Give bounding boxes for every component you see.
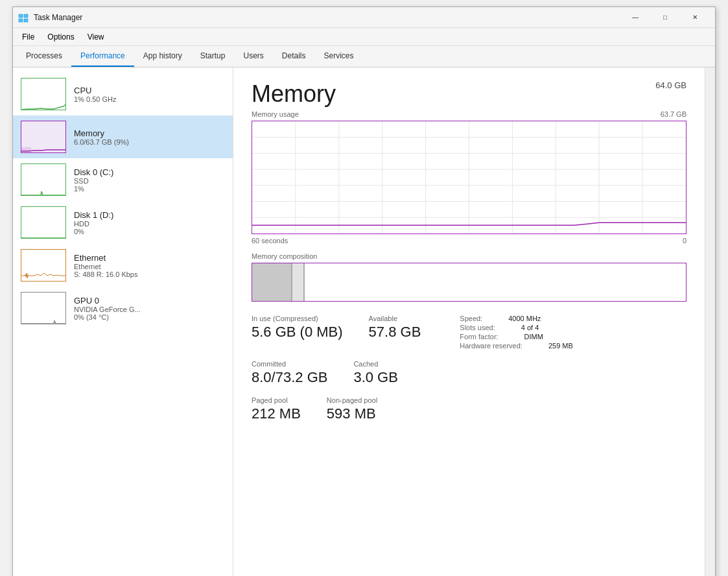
sidebar-item-ethernet[interactable]: Ethernet Ethernet S: 488 R: 16.0 Kbps bbox=[13, 244, 233, 287]
tab-users[interactable]: Users bbox=[234, 46, 272, 67]
in-use-label: In use (Compressed) bbox=[252, 315, 343, 322]
cached-label: Cached bbox=[353, 360, 397, 368]
non-paged-pool-label: Non-paged pool bbox=[327, 396, 377, 404]
menu-view[interactable]: View bbox=[81, 30, 111, 44]
tab-processes[interactable]: Processes bbox=[17, 46, 71, 67]
title-bar: Task Manager — □ ✕ bbox=[13, 7, 715, 28]
gpu0-mini-chart bbox=[21, 292, 66, 324]
composition-label: Memory composition bbox=[252, 252, 687, 260]
ethernet-name: Ethernet bbox=[74, 253, 137, 263]
ethernet-mini-chart bbox=[21, 249, 66, 282]
disk0-name: Disk 0 (C:) bbox=[74, 167, 113, 177]
main-title: Memory bbox=[252, 80, 336, 108]
cpu-info: CPU 1% 0.50 GHz bbox=[74, 86, 116, 103]
hw-label: Hardware reserved: bbox=[460, 342, 523, 350]
memory-mini-chart bbox=[21, 121, 66, 153]
comp-in-use bbox=[252, 263, 291, 301]
stat-committed: Committed 8.0/73.2 GB bbox=[252, 360, 327, 386]
gpu0-name: GPU 0 bbox=[74, 296, 141, 306]
tab-app-history[interactable]: App history bbox=[134, 46, 191, 67]
available-label: Available bbox=[369, 315, 421, 322]
hw-value: 259 MB bbox=[548, 342, 573, 350]
tab-services[interactable]: Services bbox=[315, 46, 363, 67]
usage-chart-labels: Memory usage 63.7 GB bbox=[252, 110, 687, 118]
disk1-name: Disk 1 (D:) bbox=[74, 210, 113, 220]
gpu0-sub2: 0% (34 °C) bbox=[74, 313, 141, 321]
disk0-sub1: SSD bbox=[74, 177, 113, 185]
stat-paged-pool: Paged pool 212 MB bbox=[252, 396, 301, 422]
cpu-sub: 1% 0.50 GHz bbox=[74, 95, 116, 103]
maximize-button[interactable]: □ bbox=[650, 9, 680, 26]
content-area: CPU 1% 0.50 GHz Memory 6.0/63.7 GB (9%) bbox=[13, 67, 715, 576]
ethernet-sub1: Ethernet bbox=[74, 263, 137, 270]
gpu0-sub1: NVIDIA GeForce G... bbox=[74, 306, 141, 313]
main-panel: Memory 64.0 GB Memory usage 63.7 GB bbox=[233, 67, 705, 576]
svg-rect-0 bbox=[19, 14, 23, 18]
memory-sub: 6.0/63.7 GB (9%) bbox=[74, 138, 129, 146]
memory-name: Memory bbox=[74, 128, 129, 138]
cached-value: 3.0 GB bbox=[353, 369, 397, 386]
form-value: DIMM bbox=[524, 333, 543, 341]
menu-file[interactable]: File bbox=[16, 30, 41, 44]
gpu0-info: GPU 0 NVIDIA GeForce G... 0% (34 °C) bbox=[74, 296, 141, 321]
tab-details[interactable]: Details bbox=[273, 46, 315, 67]
task-manager-window: Task Manager — □ ✕ File Options View Pro… bbox=[12, 6, 716, 576]
menu-bar: File Options View bbox=[13, 28, 715, 46]
usage-label: Memory usage bbox=[252, 110, 299, 118]
disk1-mini-chart bbox=[21, 206, 66, 239]
committed-label: Committed bbox=[252, 360, 327, 368]
in-use-value: 5.6 GB (0 MB) bbox=[252, 324, 343, 341]
available-value: 57.8 GB bbox=[369, 324, 421, 341]
tab-startup[interactable]: Startup bbox=[191, 46, 235, 67]
paged-pool-value: 212 MB bbox=[252, 405, 301, 422]
ethernet-sub2: S: 488 R: 16.0 Kbps bbox=[74, 270, 137, 278]
sidebar-item-gpu0[interactable]: GPU 0 NVIDIA GeForce G... 0% (34 °C) bbox=[13, 287, 233, 330]
close-button[interactable]: ✕ bbox=[680, 9, 710, 26]
sidebar-item-disk1[interactable]: Disk 1 (D:) HDD 0% bbox=[13, 201, 233, 244]
disk0-info: Disk 0 (C:) SSD 1% bbox=[74, 167, 113, 193]
usage-chart bbox=[252, 121, 687, 234]
svg-rect-2 bbox=[19, 19, 23, 22]
memory-info: Memory 6.0/63.7 GB (9%) bbox=[74, 128, 129, 146]
disk1-sub1: HDD bbox=[74, 220, 113, 228]
speed-value: 4000 MHz bbox=[508, 315, 541, 322]
paged-pool-label: Paged pool bbox=[252, 396, 301, 404]
svg-rect-5 bbox=[21, 147, 31, 153]
stat-non-paged-pool: Non-paged pool 593 MB bbox=[327, 396, 377, 422]
tabs-bar: Processes Performance App history Startu… bbox=[13, 46, 715, 67]
comp-available bbox=[305, 263, 686, 301]
sidebar-item-cpu[interactable]: CPU 1% 0.50 GHz bbox=[13, 73, 233, 115]
cpu-name: CPU bbox=[74, 86, 116, 95]
main-total: 64.0 GB bbox=[655, 80, 687, 90]
svg-rect-3 bbox=[24, 19, 28, 22]
sidebar-item-memory[interactable]: Memory 6.0/63.7 GB (9%) bbox=[13, 115, 233, 158]
usage-right: 63.7 GB bbox=[661, 110, 687, 118]
stat-available: Available 57.8 GB bbox=[369, 315, 421, 350]
disk0-mini-chart bbox=[21, 163, 66, 196]
tab-performance[interactable]: Performance bbox=[71, 46, 134, 67]
stat-cached: Cached 3.0 GB bbox=[353, 360, 397, 386]
stat-in-use: In use (Compressed) 5.6 GB (0 MB) bbox=[252, 315, 343, 350]
time-left: 60 seconds bbox=[252, 237, 288, 245]
scrollbar[interactable] bbox=[705, 67, 715, 576]
sidebar-item-disk0[interactable]: Disk 0 (C:) SSD 1% bbox=[13, 158, 233, 201]
time-right: 0 bbox=[683, 237, 687, 245]
app-icon bbox=[18, 12, 29, 23]
slots-value: 4 of 4 bbox=[521, 324, 539, 331]
right-stats-block: Speed: 4000 MHz Slots used: 4 of 4 Form … bbox=[460, 315, 573, 350]
menu-options[interactable]: Options bbox=[41, 30, 80, 44]
composition-chart bbox=[252, 263, 687, 302]
main-header: Memory 64.0 GB bbox=[252, 80, 687, 108]
window-title: Task Manager bbox=[34, 13, 620, 22]
disk1-sub2: 0% bbox=[74, 228, 113, 235]
cpu-mini-chart bbox=[21, 78, 66, 110]
svg-rect-1 bbox=[24, 14, 28, 18]
speed-label: Speed: bbox=[460, 315, 482, 322]
disk1-info: Disk 1 (D:) HDD 0% bbox=[74, 210, 113, 235]
chart-time-row: 60 seconds 0 bbox=[252, 237, 687, 245]
non-paged-pool-value: 593 MB bbox=[327, 405, 377, 422]
disk0-sub2: 1% bbox=[74, 185, 113, 193]
committed-value: 8.0/73.2 GB bbox=[252, 369, 327, 386]
form-label: Form factor: bbox=[460, 333, 498, 341]
minimize-button[interactable]: — bbox=[620, 9, 650, 26]
